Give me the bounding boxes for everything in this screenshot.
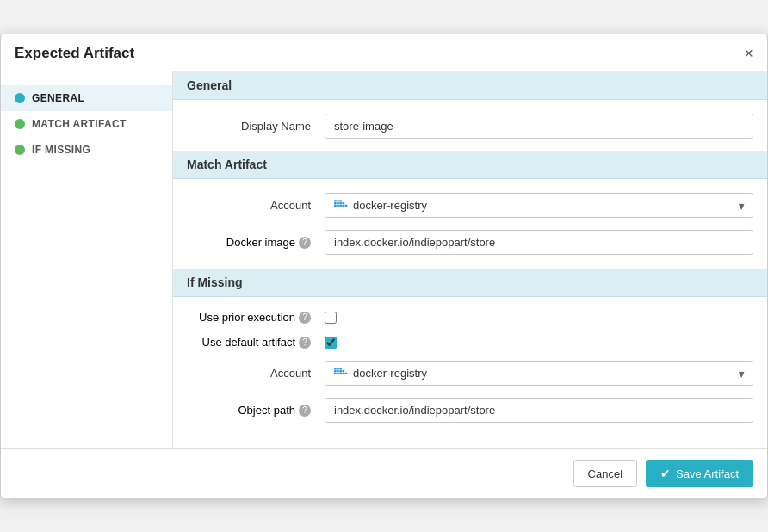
use-default-label: Use default artifact — [202, 336, 295, 349]
modal-body: GENERAL MATCH ARTIFACT IF MISSING Genera… — [1, 71, 767, 448]
dot-if-missing — [15, 145, 25, 155]
modal-header: Expected Artifact × — [1, 34, 767, 71]
use-prior-label: Use prior execution — [199, 311, 295, 324]
sidebar-item-match-artifact[interactable]: MATCH ARTIFACT — [1, 111, 172, 137]
save-checkmark-icon: ✔ — [660, 467, 671, 480]
sidebar-label-match-artifact: MATCH ARTIFACT — [32, 118, 127, 130]
svg-rect-10 — [342, 204, 344, 206]
dot-general — [15, 93, 25, 103]
svg-rect-0 — [334, 200, 337, 201]
sidebar: GENERAL MATCH ARTIFACT IF MISSING — [1, 71, 173, 448]
form-group-docker-image: Docker image ? — [173, 230, 767, 255]
use-prior-help-icon[interactable]: ? — [299, 312, 311, 324]
svg-rect-19 — [334, 372, 337, 374]
section-header-if-missing: If Missing — [173, 269, 767, 297]
expected-artifact-modal: Expected Artifact × GENERAL MATCH ARTIFA… — [0, 34, 768, 498]
svg-rect-3 — [337, 201, 339, 203]
account-select-match[interactable]: docker-registry ▾ — [325, 193, 753, 218]
dot-match-artifact — [15, 119, 25, 129]
display-name-label: Display Name — [187, 120, 325, 133]
section-header-general: General — [173, 71, 767, 100]
svg-rect-2 — [339, 200, 342, 201]
save-label: Save Artifact — [676, 467, 739, 480]
modal-title: Expected Artifact — [15, 45, 134, 62]
form-group-use-prior: Use prior execution ? — [173, 311, 767, 324]
object-path-help-icon[interactable]: ? — [299, 405, 311, 417]
svg-rect-14 — [339, 368, 342, 369]
sidebar-label-general: GENERAL — [32, 92, 84, 104]
use-default-help-icon[interactable]: ? — [299, 337, 311, 349]
account-value-missing: docker-registry — [353, 367, 739, 380]
section-header-match-artifact: Match Artifact — [173, 151, 767, 179]
object-path-input[interactable] — [325, 398, 753, 423]
docker-image-input[interactable] — [325, 230, 753, 255]
form-group-account-match: Account — [173, 193, 767, 218]
svg-rect-6 — [334, 201, 337, 203]
form-group-object-path: Object path ? — [173, 398, 767, 423]
modal-footer: Cancel ✔ Save Artifact — [1, 448, 767, 498]
svg-rect-1 — [337, 200, 339, 201]
use-prior-label-group: Use prior execution ? — [187, 311, 325, 324]
docker-icon-missing — [334, 368, 350, 380]
svg-rect-8 — [337, 204, 339, 206]
svg-rect-4 — [339, 201, 342, 203]
svg-rect-16 — [339, 369, 342, 371]
docker-icon-match — [334, 200, 350, 212]
dropdown-chevron-missing: ▾ — [739, 368, 744, 380]
form-group-display-name: Display Name — [173, 114, 767, 139]
use-prior-checkbox[interactable] — [325, 312, 337, 324]
content-area: General Display Name Match Artifact Acco… — [173, 71, 767, 448]
object-path-label-group: Object path ? — [187, 404, 325, 417]
svg-rect-11 — [345, 204, 348, 206]
svg-rect-22 — [342, 372, 344, 374]
account-label-missing: Account — [187, 367, 325, 380]
svg-rect-9 — [339, 204, 342, 206]
use-default-label-group: Use default artifact ? — [187, 336, 325, 349]
account-select-wrapper-match: docker-registry ▾ — [325, 193, 753, 218]
sidebar-item-general[interactable]: GENERAL — [1, 85, 172, 111]
dropdown-chevron-match: ▾ — [739, 200, 744, 212]
svg-rect-15 — [337, 369, 339, 371]
object-path-label: Object path — [238, 404, 296, 417]
form-group-account-missing: Account — [173, 361, 767, 386]
sidebar-item-if-missing[interactable]: IF MISSING — [1, 137, 172, 163]
use-default-checkbox[interactable] — [325, 337, 337, 349]
account-select-missing[interactable]: docker-registry ▾ — [325, 361, 753, 386]
svg-rect-18 — [334, 369, 337, 371]
svg-rect-17 — [342, 369, 344, 371]
svg-rect-5 — [342, 201, 344, 203]
account-select-wrapper-missing: docker-registry ▾ — [325, 361, 753, 386]
svg-rect-13 — [337, 368, 339, 369]
svg-rect-12 — [334, 368, 337, 369]
account-label-match: Account — [187, 199, 325, 212]
docker-image-help-icon[interactable]: ? — [299, 237, 311, 249]
account-value-match: docker-registry — [353, 199, 739, 212]
form-group-use-default: Use default artifact ? — [173, 336, 767, 349]
svg-rect-20 — [337, 372, 339, 374]
svg-rect-7 — [334, 204, 337, 206]
svg-rect-21 — [339, 372, 342, 374]
close-button[interactable]: × — [744, 46, 753, 61]
cancel-button[interactable]: Cancel — [573, 460, 637, 487]
svg-rect-23 — [345, 372, 348, 374]
docker-image-label-group: Docker image ? — [187, 236, 325, 249]
save-button[interactable]: ✔ Save Artifact — [646, 460, 753, 487]
sidebar-label-if-missing: IF MISSING — [32, 144, 90, 156]
display-name-input[interactable] — [325, 114, 753, 139]
docker-image-label: Docker image — [226, 236, 295, 249]
